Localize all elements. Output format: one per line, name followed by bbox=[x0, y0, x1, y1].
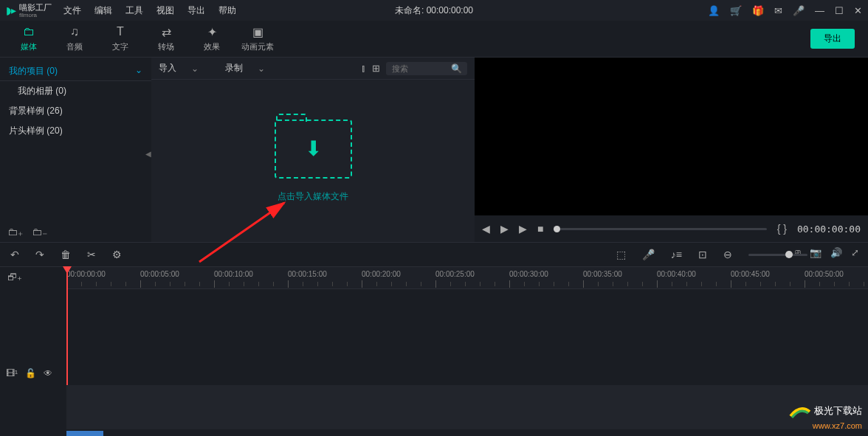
track-type-icon[interactable]: 🎞¹ bbox=[6, 368, 18, 378]
image-icon: ▣ bbox=[252, 25, 264, 38]
grid-icon[interactable]: ⊞ bbox=[372, 63, 380, 74]
mixer-icon[interactable]: ♪≡ bbox=[671, 249, 682, 260]
record-dropdown[interactable]: 录制 bbox=[225, 62, 265, 75]
sparkle-icon: ✦ bbox=[207, 25, 217, 38]
maximize-icon[interactable]: ☐ bbox=[835, 5, 844, 16]
crop-icon[interactable]: ⊡ bbox=[698, 249, 707, 260]
expand-icon[interactable]: ⤢ bbox=[851, 247, 859, 258]
lock-icon[interactable]: 🔓 bbox=[25, 368, 36, 378]
timeline: 🗗₊ 00:00:00:0000:00:05:0000:00:10:0000:0… bbox=[0, 267, 868, 436]
screen-icon[interactable]: ⎚ bbox=[795, 247, 801, 258]
folder-remove-icon[interactable]: 🗀₋ bbox=[32, 226, 47, 238]
logo-icon: ◗▸ bbox=[6, 4, 16, 16]
clip-strip[interactable] bbox=[66, 431, 103, 436]
cut-icon[interactable]: ✂ bbox=[87, 249, 96, 260]
record-audio-icon[interactable]: 🎤 bbox=[642, 249, 655, 260]
bracket-icon[interactable]: { } bbox=[777, 223, 787, 235]
tab-media[interactable]: 🗀 媒体 bbox=[6, 25, 52, 52]
mic-icon[interactable]: 🎤 bbox=[793, 5, 805, 16]
folder-add-icon[interactable]: 🗀₊ bbox=[7, 226, 23, 238]
sidebar-header-label: 我的项目 (0) bbox=[9, 65, 58, 77]
video-track[interactable] bbox=[66, 385, 868, 429]
filter-icon[interactable]: ⫿ bbox=[361, 63, 366, 74]
ruler-mark: 00:00:10:00 bbox=[214, 270, 253, 278]
undo-icon[interactable]: ↶ bbox=[10, 249, 19, 260]
sidebar-item-intro[interactable]: 片头样例 (20) bbox=[0, 121, 151, 141]
project-title: 未命名: 00:00:00:00 bbox=[395, 4, 473, 17]
chevron-down-icon: ⌄ bbox=[135, 65, 142, 77]
preview-time: 00:00:00:00 bbox=[797, 224, 861, 235]
minimize-icon[interactable]: — bbox=[815, 5, 824, 16]
tab-text[interactable]: T 文字 bbox=[97, 25, 143, 52]
add-track-icon[interactable]: 🗗₊ bbox=[7, 271, 22, 283]
cart-icon[interactable]: 🛒 bbox=[730, 5, 742, 16]
music-icon: ♫ bbox=[70, 25, 79, 38]
zoom-out-icon[interactable]: ⊖ bbox=[723, 249, 732, 260]
download-arrow-icon: ⬇ bbox=[305, 136, 322, 161]
preview-controls: ◀ ▶ ▶ ■ { } 00:00:00:00 bbox=[475, 215, 868, 242]
marker-icon[interactable]: ⬚ bbox=[616, 249, 626, 260]
media-dropzone[interactable]: ⬇ 点击导入媒体文件 bbox=[151, 80, 475, 242]
stop-icon[interactable]: ■ bbox=[537, 223, 543, 235]
timeline-ruler[interactable]: 00:00:00:0000:00:05:0000:00:10:0000:00:1… bbox=[66, 267, 868, 289]
menu-help[interactable]: 帮助 bbox=[218, 4, 236, 17]
sidebar-item-bg[interactable]: 背景样例 (26) bbox=[0, 101, 151, 121]
menu-edit[interactable]: 编辑 bbox=[94, 4, 112, 17]
ruler-mark: 00:00:05:00 bbox=[140, 270, 179, 278]
tab-label: 文字 bbox=[112, 41, 128, 52]
untitled-label: 未命名: bbox=[395, 5, 424, 15]
tab-label: 转场 bbox=[158, 41, 174, 52]
transition-icon: ⇄ bbox=[162, 25, 171, 38]
sidebar: 我的项目 (0) ⌄ 我的相册 (0) 背景样例 (26) 片头样例 (20) … bbox=[0, 58, 151, 242]
project-time: 00:00:00:00 bbox=[427, 5, 473, 15]
sidebar-item-album[interactable]: 我的相册 (0) bbox=[0, 81, 151, 101]
mail-icon[interactable]: ✉ bbox=[774, 5, 782, 16]
export-button[interactable]: 导出 bbox=[810, 29, 855, 49]
menu-view[interactable]: 视图 bbox=[156, 4, 174, 17]
ruler-mark: 00:00:35:00 bbox=[583, 270, 622, 278]
ruler-mark: 00:00:30:00 bbox=[509, 270, 548, 278]
watermark: 极光下载站 www.xz7.com bbox=[789, 403, 862, 430]
prev-frame-icon[interactable]: ◀ bbox=[482, 223, 490, 235]
preview-seek-slider[interactable] bbox=[554, 228, 766, 230]
ruler-mark: 00:00:20:00 bbox=[362, 270, 401, 278]
tab-motion[interactable]: ▣ 动画元素 bbox=[235, 25, 280, 52]
close-icon[interactable]: ✕ bbox=[854, 5, 862, 16]
search-icon[interactable]: 🔍 bbox=[451, 63, 462, 74]
ruler-mark: 00:00:00:00 bbox=[66, 270, 106, 278]
import-dropdown[interactable]: 导入 bbox=[159, 62, 199, 75]
menu-tools[interactable]: 工具 bbox=[125, 4, 143, 17]
zoom-slider[interactable] bbox=[748, 254, 807, 256]
gift-icon[interactable]: 🎁 bbox=[752, 5, 764, 16]
settings-icon[interactable]: ⚙ bbox=[112, 249, 122, 260]
delete-icon[interactable]: 🗑 bbox=[61, 249, 71, 260]
sidebar-collapse-icon[interactable]: ◀ bbox=[145, 150, 151, 158]
menu-export[interactable]: 导出 bbox=[187, 4, 205, 17]
search-box[interactable]: 🔍 bbox=[386, 62, 467, 75]
eye-icon[interactable]: 👁 bbox=[44, 368, 52, 378]
app-sub: filmora bbox=[19, 12, 52, 18]
media-toolbar: 导入 录制 ⫿ ⊞ 🔍 bbox=[151, 58, 475, 80]
text-icon: T bbox=[117, 25, 124, 38]
redo-icon[interactable]: ↷ bbox=[35, 249, 44, 260]
tab-transition[interactable]: ⇄ 转场 bbox=[143, 25, 189, 52]
main-menu: 文件 编辑 工具 视图 导出 帮助 bbox=[63, 4, 708, 17]
tab-audio[interactable]: ♫ 音频 bbox=[52, 25, 97, 52]
watermark-url: www.xz7.com bbox=[789, 421, 862, 430]
tab-label: 动画元素 bbox=[241, 41, 274, 52]
tab-label: 音频 bbox=[66, 41, 83, 52]
volume-icon[interactable]: 🔊 bbox=[830, 247, 842, 258]
camera-icon[interactable]: 📷 bbox=[810, 247, 822, 258]
tabs-bar: 🗀 媒体 ♫ 音频 T 文字 ⇄ 转场 ✦ 效果 ▣ 动画元素 导出 bbox=[0, 21, 868, 58]
user-icon[interactable]: 👤 bbox=[708, 5, 720, 16]
search-input[interactable] bbox=[392, 64, 451, 73]
preview-extra-controls: ⎚ 📷 🔊 ⤢ bbox=[792, 243, 862, 263]
menu-file[interactable]: 文件 bbox=[63, 4, 81, 17]
ruler-mark: 00:00:25:00 bbox=[435, 270, 475, 278]
watermark-swoosh-icon bbox=[789, 403, 811, 419]
next-frame-icon[interactable]: ▶ bbox=[500, 223, 509, 235]
tab-effect[interactable]: ✦ 效果 bbox=[189, 25, 235, 52]
play-icon[interactable]: ▶ bbox=[519, 223, 527, 235]
sidebar-header[interactable]: 我的项目 (0) ⌄ bbox=[0, 62, 151, 81]
titlebar-right: 👤 🛒 🎁 ✉ 🎤 — ☐ ✕ bbox=[708, 5, 862, 16]
